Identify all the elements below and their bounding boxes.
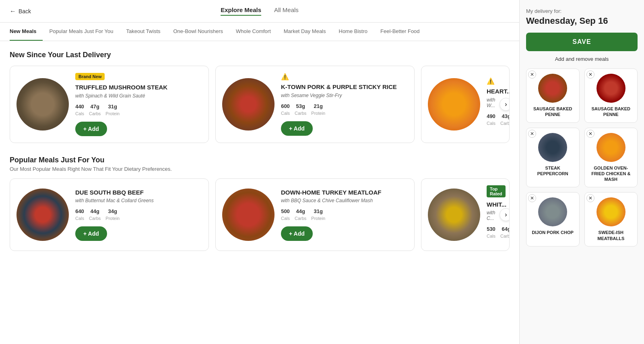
- remove-button-6[interactable]: ✕: [586, 194, 594, 202]
- meal-stats-4: 640 Cals 44g Carbs 34g Protein: [75, 208, 202, 222]
- cat-tab-takeout[interactable]: Takeout Twists: [120, 23, 167, 41]
- next-meals-chevron[interactable]: ›: [500, 98, 510, 111]
- top-rated-badge: Top Rated: [487, 185, 506, 197]
- add-remove-label: Add and remove meals: [526, 56, 638, 62]
- stat-carbs-4: 44g Carbs: [89, 208, 101, 222]
- meal-card-heart-partial: ⚠️ HEART... with W... 490 Cals 43g Carbs: [421, 66, 510, 143]
- tab-explore-meals[interactable]: Explore Meals: [221, 6, 261, 16]
- cat-tab-popular[interactable]: Popular Meals Just For You: [43, 23, 120, 41]
- back-arrow-icon: ←: [10, 8, 16, 15]
- tab-all-meals[interactable]: All Meals: [274, 6, 299, 16]
- meal-name-6: WHIT...: [487, 201, 503, 209]
- meal-image-5: [222, 189, 275, 241]
- meal-image-3: [428, 78, 480, 131]
- meal-name-2: K-TOWN PORK & PURPLE STICKY RICE: [281, 83, 408, 91]
- popular-meals-grid: DUE SOUTH BBQ BEEF with Butternut Mac & …: [10, 178, 510, 251]
- cart-item-name-5: DIJON PORK CHOP: [531, 230, 574, 235]
- cart-image-6: [597, 197, 625, 226]
- cart-grid: ✕ SAUSAGE BAKED PENNE ✕ SAUSAGE BAKED PE…: [526, 68, 638, 247]
- meal-info-4: DUE SOUTH BBQ BEEF with Butternut Mac & …: [75, 189, 202, 241]
- new-meals-grid: Brand New TRUFFLED MUSHROOM STEAK with S…: [10, 66, 510, 143]
- right-panel: My delivery for: Wednesday, Sep 16 SAVE …: [519, 0, 644, 344]
- meal-card-bbq-beef: DUE SOUTH BBQ BEEF with Butternut Mac & …: [10, 178, 209, 251]
- delivery-label: My delivery for:: [526, 8, 638, 14]
- cat-tab-home-bistro[interactable]: Home Bistro: [332, 23, 374, 41]
- meal-sub-2: with Sesame Veggie Stir-Fry: [281, 93, 408, 98]
- cart-item-name-3: STEAK PEPPERCORN: [531, 165, 574, 177]
- meal-name-3: HEART...: [487, 87, 503, 95]
- nav-tabs: Explore Meals All Meals: [221, 6, 299, 16]
- remove-button-3[interactable]: ✕: [528, 130, 536, 138]
- add-button-5[interactable]: + Add: [281, 226, 313, 241]
- meal-image-6: [428, 189, 480, 241]
- category-tabs: New Meals Popular Meals Just For You Tak…: [0, 23, 519, 41]
- cat-tab-one-bowl[interactable]: One-Bowl Nourishers: [167, 23, 230, 41]
- meal-card-ktown-pork: ⚠️ K-TOWN PORK & PURPLE STICKY RICE with…: [215, 66, 415, 143]
- stat-cals-1: 440 Cals: [75, 104, 84, 117]
- cart-image-3: [538, 133, 567, 162]
- add-button-2[interactable]: + Add: [281, 121, 313, 136]
- meal-info-5: DOWN-HOME TURKEY MEATLOAF with BBQ Sauce…: [281, 189, 408, 241]
- save-button[interactable]: SAVE: [526, 33, 638, 51]
- remove-button-1[interactable]: ✕: [528, 70, 536, 79]
- back-label: Back: [19, 8, 31, 15]
- cat-tab-whole-comfort[interactable]: Whole Comfort: [229, 23, 277, 41]
- meal-sub-5: with BBQ Sauce & Chive Cauliflower Mash: [281, 198, 408, 203]
- cart-item-name-4: GOLDEN OVEN-FRIED CHICKEN & MASH: [590, 165, 633, 182]
- top-nav: ← Back Explore Meals All Meals: [0, 0, 519, 23]
- meal-card-truffled-mushroom: Brand New TRUFFLED MUSHROOM STEAK with S…: [10, 66, 209, 143]
- remove-button-4[interactable]: ✕: [586, 130, 594, 138]
- meal-sub-4: with Butternut Mac & Collard Greens: [75, 198, 202, 203]
- meal-stats-2: 600 Cals 53g Carbs 21g Protein: [281, 103, 408, 116]
- cart-item-3: ✕ STEAK PEPPERCORN: [526, 128, 580, 188]
- meal-info-2: ⚠️ K-TOWN PORK & PURPLE STICKY RICE with…: [281, 73, 408, 136]
- add-button-4[interactable]: + Add: [75, 226, 107, 241]
- cart-item-6: ✕ SWEDE-ISH MEATBALLS: [584, 192, 638, 247]
- meal-name-4: DUE SOUTH BBQ BEEF: [75, 189, 202, 197]
- stat-carbs-2: 53g Carbs: [295, 103, 306, 116]
- meal-info-1: Brand New TRUFFLED MUSHROOM STEAK with S…: [75, 73, 202, 136]
- cart-item-1: ✕ SAUSAGE BAKED PENNE: [526, 68, 580, 123]
- stat-carbs-6: 64g Carbs: [500, 226, 510, 239]
- new-section-title: New Since Your Last Delivery: [10, 51, 510, 59]
- stat-cals-3: 490 Cals: [487, 113, 495, 126]
- next-popular-chevron[interactable]: ›: [500, 208, 510, 221]
- main-content: ← Back Explore Meals All Meals New Meals…: [0, 0, 519, 344]
- meal-name-5: DOWN-HOME TURKEY MEATLOAF: [281, 189, 408, 197]
- cat-tab-market-day[interactable]: Market Day Meals: [277, 23, 332, 41]
- popular-section-subtitle: Our Most Popular Meals Right Now That Fi…: [10, 166, 510, 172]
- add-button-1[interactable]: + Add: [75, 122, 107, 136]
- cat-tab-feel-better[interactable]: Feel-Better Food: [374, 23, 426, 41]
- stat-cals-2: 600 Cals: [281, 103, 290, 116]
- meal-image-2: [222, 78, 275, 131]
- remove-button-2[interactable]: ✕: [586, 70, 594, 79]
- content-area: New Since Your Last Delivery Brand New T…: [0, 41, 519, 344]
- brand-new-badge: Brand New: [75, 73, 105, 80]
- meal-sub-1: with Spinach & Wild Grain Sauté: [75, 93, 202, 99]
- cart-image-2: [597, 74, 625, 103]
- stat-protein-5: 31g Protein: [311, 208, 325, 222]
- remove-button-5[interactable]: ✕: [528, 194, 536, 202]
- cart-item-name-2: SAUSAGE BAKED PENNE: [590, 106, 633, 118]
- meal-stats-5: 500 Cals 44g Carbs 31g Protein: [281, 208, 408, 222]
- cart-item-5: ✕ DIJON PORK CHOP: [526, 192, 580, 247]
- cat-tab-new-meals[interactable]: New Meals: [10, 23, 43, 41]
- meal-stats-6: 530 Cals 64g Carbs: [487, 226, 503, 239]
- stat-carbs-3: 43g Carbs: [500, 113, 510, 126]
- back-button[interactable]: ← Back: [10, 8, 31, 15]
- popular-section-title: Popular Meals Just For You: [10, 156, 510, 164]
- meal-image-4: [17, 189, 69, 241]
- stat-cals-6: 530 Cals: [487, 226, 495, 239]
- cart-item-name-6: SWEDE-ISH MEATBALLS: [590, 230, 633, 241]
- cart-image-5: [538, 197, 567, 226]
- stat-cals-4: 640 Cals: [75, 208, 84, 222]
- meal-card-turkey-meatloaf: DOWN-HOME TURKEY MEATLOAF with BBQ Sauce…: [215, 178, 415, 251]
- stat-carbs-5: 44g Carbs: [295, 208, 306, 222]
- cart-item-name-1: SAUSAGE BAKED PENNE: [531, 106, 574, 118]
- warning-icon-3: ⚠️: [487, 77, 503, 85]
- stat-cals-5: 500 Cals: [281, 208, 290, 222]
- meal-stats-1: 440 Cals 47g Carbs 31g Protein: [75, 104, 202, 117]
- cart-item-4: ✕ GOLDEN OVEN-FRIED CHICKEN & MASH: [584, 128, 638, 188]
- delivery-date: Wednesday, Sep 16: [526, 16, 638, 26]
- stat-protein-2: 21g Protein: [311, 103, 325, 116]
